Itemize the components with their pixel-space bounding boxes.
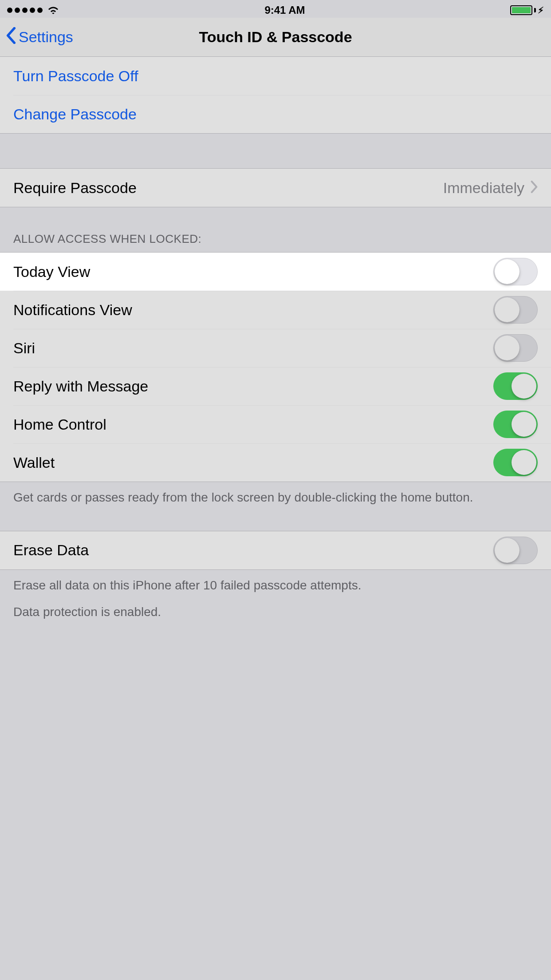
- home-control-label: Home Control: [13, 416, 106, 433]
- nav-bar: Settings Touch ID & Passcode: [0, 18, 551, 57]
- wallet-row[interactable]: Wallet: [0, 443, 551, 482]
- chevron-left-icon: [6, 27, 16, 47]
- battery-icon: ⚡︎: [510, 5, 544, 16]
- require-passcode-group: Require Passcode Immediately: [0, 168, 551, 207]
- home-control-row[interactable]: Home Control: [0, 405, 551, 443]
- erase-data-footer-line2: Data protection is enabled.: [13, 604, 538, 620]
- notifications-view-row[interactable]: Notifications View: [0, 291, 551, 329]
- erase-data-footer-line1: Erase all data on this iPhone after 10 f…: [13, 577, 538, 594]
- chevron-right-icon: [531, 179, 538, 197]
- erase-data-row[interactable]: Erase Data: [0, 531, 551, 569]
- today-view-row[interactable]: Today View: [0, 253, 551, 291]
- page-title: Touch ID & Passcode: [0, 28, 551, 46]
- notifications-view-toggle[interactable]: [493, 296, 538, 324]
- allow-access-footer: Get cards or passes ready from the lock …: [0, 482, 551, 513]
- status-bar: 9:41 AM ⚡︎: [0, 0, 551, 18]
- erase-data-group: Erase Data: [0, 531, 551, 570]
- wifi-icon: [47, 6, 59, 15]
- signal-strength-icon: [7, 8, 43, 13]
- change-passcode-button[interactable]: Change Passcode: [0, 95, 551, 133]
- erase-data-footer: Erase all data on this iPhone after 10 f…: [0, 570, 551, 628]
- turn-passcode-off-button[interactable]: Turn Passcode Off: [0, 57, 551, 95]
- allow-access-header: ALLOW ACCESS WHEN LOCKED:: [0, 207, 551, 252]
- require-passcode-label: Require Passcode: [13, 179, 137, 197]
- erase-data-label: Erase Data: [13, 541, 89, 559]
- notifications-view-label: Notifications View: [13, 301, 132, 319]
- back-button[interactable]: Settings: [0, 27, 73, 47]
- require-passcode-value: Immediately: [443, 179, 524, 197]
- siri-label: Siri: [13, 340, 35, 357]
- passcode-actions-group: Turn Passcode Off Change Passcode: [0, 57, 551, 134]
- change-passcode-label: Change Passcode: [13, 106, 137, 123]
- allow-access-group: Today View Notifications View Siri Reply…: [0, 252, 551, 482]
- reply-with-message-row[interactable]: Reply with Message: [0, 367, 551, 405]
- require-passcode-row[interactable]: Require Passcode Immediately: [0, 169, 551, 207]
- siri-row[interactable]: Siri: [0, 329, 551, 367]
- wallet-toggle[interactable]: [493, 449, 538, 476]
- siri-toggle[interactable]: [493, 334, 538, 362]
- status-time: 9:41 AM: [264, 4, 305, 16]
- turn-passcode-off-label: Turn Passcode Off: [13, 67, 138, 85]
- today-view-label: Today View: [13, 263, 90, 281]
- home-control-toggle[interactable]: [493, 411, 538, 438]
- wallet-label: Wallet: [13, 454, 55, 471]
- today-view-toggle[interactable]: [493, 258, 538, 285]
- reply-with-message-label: Reply with Message: [13, 378, 148, 395]
- reply-with-message-toggle[interactable]: [493, 372, 538, 400]
- erase-data-toggle[interactable]: [493, 537, 538, 564]
- charging-icon: ⚡︎: [538, 5, 544, 16]
- back-label: Settings: [19, 28, 73, 46]
